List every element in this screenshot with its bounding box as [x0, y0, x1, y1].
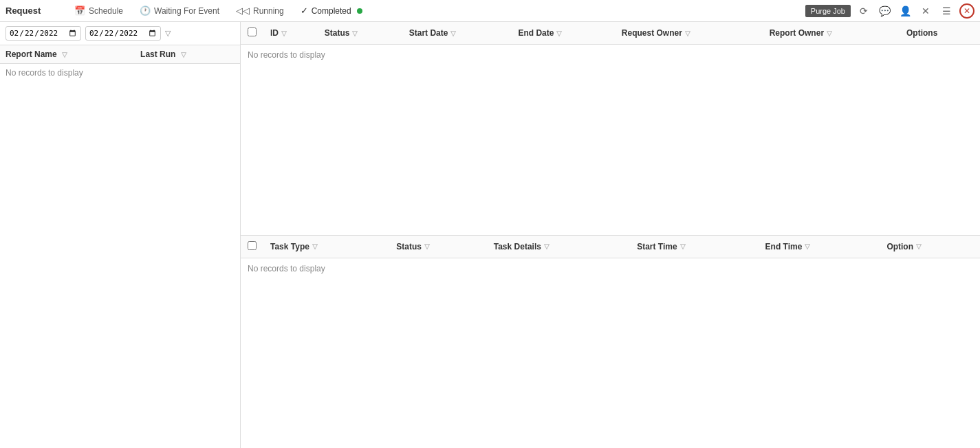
col-end-time-label: End Time [765, 242, 803, 251]
main-layout: ▽ Report Name ▽ Last Run ▽ No records to [0, 22, 980, 448]
tab-running[interactable]: ◁◁ Running [236, 5, 284, 16]
col-task-type-label: Task Type [270, 242, 309, 251]
date-to-wrapper [85, 26, 161, 41]
col-start-time-filter-icon[interactable]: ▽ [680, 243, 686, 250]
upper-select-all-checkbox[interactable] [248, 27, 257, 36]
col-task-details-label: Task Details [494, 242, 541, 251]
running-icon: ◁◁ [236, 5, 250, 16]
upper-data-table: ID ▽ Status ▽ Start Date [241, 22, 980, 65]
left-panel: ▽ Report Name ▽ Last Run ▽ No records to [0, 22, 241, 448]
col-start-date-label: Start Date [409, 28, 448, 38]
top-bar-tabs: 📅 Schedule 🕐 Waiting For Event ◁◁ Runnin… [61, 5, 805, 16]
col-lower-status: Status ▽ [389, 236, 487, 258]
purge-job-button[interactable]: Purge Job [805, 5, 851, 17]
col-task-details-filter-icon[interactable]: ▽ [544, 243, 549, 250]
upper-no-records-row: No records to display [241, 45, 980, 66]
col-start-time: Start Time ▽ [630, 236, 758, 258]
lower-no-records-row: No records to display [241, 258, 980, 279]
upper-no-records: No records to display [241, 45, 980, 66]
tab-schedule-label: Schedule [89, 6, 123, 16]
col-end-date-filter-icon[interactable]: ▽ [556, 30, 562, 37]
col-last-run: Last Run ▽ [135, 45, 240, 64]
top-bar-actions: Purge Job ⟳ 💬 👤 ✕ ☰ ✕ [805, 3, 974, 19]
col-id-filter-icon[interactable]: ▽ [281, 30, 287, 37]
col-task-type: Task Type ▽ [263, 236, 389, 258]
col-last-run-label: Last Run [140, 49, 175, 59]
lower-data-table: Task Type ▽ Status ▽ Tas [241, 236, 980, 279]
lower-table-section: Task Type ▽ Status ▽ Tas [241, 236, 980, 449]
top-bar: Request 📅 Schedule 🕐 Waiting For Event ◁… [0, 0, 980, 22]
col-report-name: Report Name ▽ [0, 45, 135, 64]
col-report-owner: Report Owner ▽ [763, 22, 900, 45]
tab-completed[interactable]: ✓ Completed [301, 5, 362, 16]
chat-icon[interactable]: 💬 [877, 3, 892, 19]
tab-completed-label: Completed [312, 6, 351, 16]
col-status-filter-icon[interactable]: ▽ [352, 30, 358, 37]
menu-icon[interactable]: ☰ [939, 3, 954, 19]
user-icon[interactable]: 👤 [897, 3, 913, 19]
col-start-date: Start Date ▽ [402, 22, 512, 45]
col-lower-status-label: Status [396, 242, 422, 251]
left-panel-header: ▽ [0, 22, 240, 45]
col-option: Option ▽ [880, 236, 980, 258]
col-end-time-filter-icon[interactable]: ▽ [805, 243, 810, 250]
left-panel-filter-icon[interactable]: ▽ [165, 29, 171, 38]
close-icon: ✕ [963, 6, 970, 16]
col-end-date: End Date ▽ [511, 22, 614, 45]
col-request-owner-label: Request Owner [622, 28, 682, 38]
left-panel-no-records-row: No records to display [0, 64, 240, 82]
col-end-time: End Time ▽ [759, 236, 880, 258]
col-last-run-filter-icon[interactable]: ▽ [181, 51, 186, 58]
completed-status-dot [357, 8, 362, 14]
date-from-input[interactable] [9, 28, 78, 38]
col-options: Options [900, 22, 980, 45]
clock-icon: 🕐 [140, 5, 151, 16]
col-options-label: Options [906, 28, 937, 38]
completed-check-icon: ✓ [301, 5, 308, 16]
col-option-label: Option [886, 242, 913, 251]
col-id: ID ▽ [263, 22, 318, 45]
tab-schedule[interactable]: 📅 Schedule [74, 5, 123, 16]
col-option-filter-icon[interactable]: ▽ [916, 243, 922, 250]
schedule-icon: 📅 [74, 5, 85, 16]
col-task-details: Task Details ▽ [487, 236, 630, 258]
col-id-label: ID [270, 28, 279, 38]
col-report-name-label: Report Name [6, 49, 57, 59]
date-to-input[interactable] [89, 28, 157, 38]
col-status: Status ▽ [318, 22, 402, 45]
lower-select-all-checkbox[interactable] [248, 241, 257, 250]
col-end-date-label: End Date [518, 28, 554, 38]
refresh-icon[interactable]: ⟳ [856, 3, 871, 19]
upper-checkbox-col [241, 22, 263, 45]
close-button[interactable]: ✕ [959, 3, 974, 19]
col-report-name-filter-icon[interactable]: ▽ [62, 51, 67, 58]
x-icon[interactable]: ✕ [918, 3, 933, 19]
col-start-date-filter-icon[interactable]: ▽ [450, 30, 456, 37]
left-panel-no-records: No records to display [0, 64, 240, 82]
tab-running-label: Running [253, 6, 284, 16]
date-from-wrapper [6, 26, 81, 41]
col-lower-status-filter-icon[interactable]: ▽ [424, 243, 430, 250]
left-panel-table: Report Name ▽ Last Run ▽ No records to d… [0, 45, 240, 82]
upper-table-section: ID ▽ Status ▽ Start Date [241, 22, 980, 236]
col-task-type-filter-icon[interactable]: ▽ [312, 243, 318, 250]
col-status-label: Status [325, 28, 350, 38]
tab-waiting-for-event[interactable]: 🕐 Waiting For Event [140, 5, 219, 16]
lower-no-records: No records to display [241, 258, 980, 279]
tab-waiting-label: Waiting For Event [154, 6, 219, 16]
col-report-owner-filter-icon[interactable]: ▽ [827, 30, 832, 37]
col-report-owner-label: Report Owner [770, 28, 824, 38]
col-start-time-label: Start Time [637, 242, 677, 251]
col-request-owner-filter-icon[interactable]: ▽ [685, 30, 690, 37]
section-label: Request [6, 5, 61, 16]
right-panel: ID ▽ Status ▽ Start Date [241, 22, 980, 448]
lower-checkbox-col [241, 236, 263, 258]
col-request-owner: Request Owner ▽ [615, 22, 763, 45]
